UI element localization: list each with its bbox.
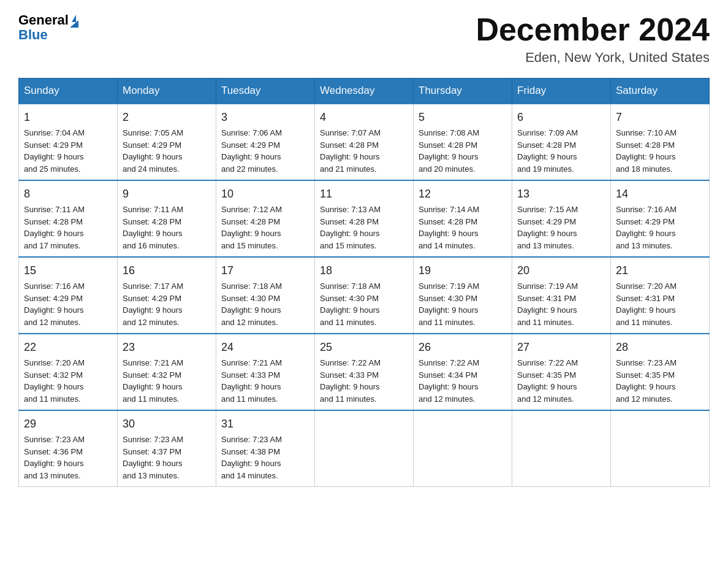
calendar-cell: 1 Sunrise: 7:04 AMSunset: 4:29 PMDayligh… [19,104,118,180]
day-info: Sunrise: 7:22 AMSunset: 4:33 PMDaylight:… [320,358,381,404]
calendar-cell: 24 Sunrise: 7:21 AMSunset: 4:33 PMDaylig… [216,334,315,410]
day-number: 24 [221,339,309,356]
day-number: 12 [419,186,507,202]
col-friday: Friday [512,79,611,104]
day-number: 20 [517,262,605,279]
location-title: Eden, New York, United States [476,50,710,66]
day-info: Sunrise: 7:11 AMSunset: 4:28 PMDaylight:… [123,205,183,250]
day-info: Sunrise: 7:06 AMSunset: 4:29 PMDaylight:… [221,128,282,174]
days-of-week-row: Sunday Monday Tuesday Wednesday Thursday… [19,79,710,104]
calendar-cell: 10 Sunrise: 7:12 AMSunset: 4:28 PMDaylig… [216,180,315,257]
col-saturday: Saturday [611,79,710,104]
calendar-cell: 22 Sunrise: 7:20 AMSunset: 4:32 PMDaylig… [19,334,118,410]
day-info: Sunrise: 7:23 AMSunset: 4:35 PMDaylight:… [616,358,677,404]
day-info: Sunrise: 7:17 AMSunset: 4:29 PMDaylight:… [123,282,183,327]
logo: General Blue [18,12,78,43]
calendar-cell: 26 Sunrise: 7:22 AMSunset: 4:34 PMDaylig… [414,334,512,410]
week-row-3: 15 Sunrise: 7:16 AMSunset: 4:29 PMDaylig… [19,257,710,334]
day-info: Sunrise: 7:22 AMSunset: 4:35 PMDaylight:… [517,358,578,404]
calendar-cell: 6 Sunrise: 7:09 AMSunset: 4:28 PMDayligh… [512,104,611,180]
day-number: 30 [123,416,211,432]
day-number: 19 [419,262,507,279]
day-info: Sunrise: 7:23 AMSunset: 4:36 PMDaylight:… [24,435,85,480]
day-info: Sunrise: 7:05 AMSunset: 4:29 PMDaylight:… [123,128,183,174]
calendar-cell: 21 Sunrise: 7:20 AMSunset: 4:31 PMDaylig… [611,257,710,334]
day-info: Sunrise: 7:21 AMSunset: 4:32 PMDaylight:… [123,358,183,404]
day-info: Sunrise: 7:16 AMSunset: 4:29 PMDaylight:… [24,282,85,327]
calendar-cell: 18 Sunrise: 7:18 AMSunset: 4:30 PMDaylig… [315,257,414,334]
day-info: Sunrise: 7:09 AMSunset: 4:28 PMDaylight:… [517,128,578,174]
col-tuesday: Tuesday [216,79,315,104]
day-info: Sunrise: 7:15 AMSunset: 4:29 PMDaylight:… [517,205,578,250]
col-monday: Monday [118,79,216,104]
calendar-cell: 14 Sunrise: 7:16 AMSunset: 4:29 PMDaylig… [611,180,710,257]
day-info: Sunrise: 7:20 AMSunset: 4:31 PMDaylight:… [616,282,677,327]
day-number: 1 [24,109,112,126]
day-info: Sunrise: 7:22 AMSunset: 4:34 PMDaylight:… [419,358,479,404]
day-info: Sunrise: 7:18 AMSunset: 4:30 PMDaylight:… [320,282,381,327]
day-info: Sunrise: 7:12 AMSunset: 4:28 PMDaylight:… [221,205,282,250]
calendar-cell [414,410,512,487]
week-row-2: 8 Sunrise: 7:11 AMSunset: 4:28 PMDayligh… [19,180,710,257]
day-info: Sunrise: 7:04 AMSunset: 4:29 PMDaylight:… [24,128,85,174]
calendar-cell: 4 Sunrise: 7:07 AMSunset: 4:28 PMDayligh… [315,104,414,180]
day-number: 11 [320,186,408,202]
day-number: 8 [24,186,112,202]
day-number: 23 [123,339,211,356]
day-number: 10 [221,186,309,202]
col-wednesday: Wednesday [315,79,414,104]
day-number: 29 [24,416,112,432]
calendar-cell: 13 Sunrise: 7:15 AMSunset: 4:29 PMDaylig… [512,180,611,257]
calendar-cell: 28 Sunrise: 7:23 AMSunset: 4:35 PMDaylig… [611,334,710,410]
calendar-cell [512,410,611,487]
day-info: Sunrise: 7:13 AMSunset: 4:28 PMDaylight:… [320,205,381,250]
calendar-cell: 9 Sunrise: 7:11 AMSunset: 4:28 PMDayligh… [118,180,216,257]
calendar-cell: 12 Sunrise: 7:14 AMSunset: 4:28 PMDaylig… [414,180,512,257]
calendar-table: Sunday Monday Tuesday Wednesday Thursday… [18,78,710,487]
day-info: Sunrise: 7:18 AMSunset: 4:30 PMDaylight:… [221,282,282,327]
calendar-cell: 16 Sunrise: 7:17 AMSunset: 4:29 PMDaylig… [118,257,216,334]
day-number: 7 [616,109,704,126]
day-number: 31 [221,416,309,432]
day-info: Sunrise: 7:21 AMSunset: 4:33 PMDaylight:… [221,358,282,404]
day-number: 16 [123,262,211,279]
day-info: Sunrise: 7:19 AMSunset: 4:30 PMDaylight:… [419,282,479,327]
col-thursday: Thursday [414,79,512,104]
day-info: Sunrise: 7:19 AMSunset: 4:31 PMDaylight:… [517,282,578,327]
calendar-cell [315,410,414,487]
day-info: Sunrise: 7:23 AMSunset: 4:38 PMDaylight:… [221,435,282,480]
calendar-cell: 27 Sunrise: 7:22 AMSunset: 4:35 PMDaylig… [512,334,611,410]
day-number: 6 [517,109,605,126]
calendar-cell: 30 Sunrise: 7:23 AMSunset: 4:37 PMDaylig… [118,410,216,487]
calendar-cell: 11 Sunrise: 7:13 AMSunset: 4:28 PMDaylig… [315,180,414,257]
day-number: 4 [320,109,408,126]
calendar-header: Sunday Monday Tuesday Wednesday Thursday… [19,79,710,104]
day-number: 14 [616,186,704,202]
month-title: December 2024 [476,12,710,47]
week-row-5: 29 Sunrise: 7:23 AMSunset: 4:36 PMDaylig… [19,410,710,487]
day-number: 17 [221,262,309,279]
day-number: 5 [419,109,507,126]
logo-text-blue: Blue [18,27,48,43]
calendar-cell: 3 Sunrise: 7:06 AMSunset: 4:29 PMDayligh… [216,104,315,180]
calendar-cell: 2 Sunrise: 7:05 AMSunset: 4:29 PMDayligh… [118,104,216,180]
calendar-cell: 20 Sunrise: 7:19 AMSunset: 4:31 PMDaylig… [512,257,611,334]
day-number: 26 [419,339,507,356]
day-info: Sunrise: 7:20 AMSunset: 4:32 PMDaylight:… [24,358,85,404]
calendar-cell: 15 Sunrise: 7:16 AMSunset: 4:29 PMDaylig… [19,257,118,334]
day-number: 27 [517,339,605,356]
calendar-cell: 8 Sunrise: 7:11 AMSunset: 4:28 PMDayligh… [19,180,118,257]
week-row-4: 22 Sunrise: 7:20 AMSunset: 4:32 PMDaylig… [19,334,710,410]
day-number: 13 [517,186,605,202]
col-sunday: Sunday [19,79,118,104]
day-number: 15 [24,262,112,279]
day-info: Sunrise: 7:10 AMSunset: 4:28 PMDaylight:… [616,128,677,174]
calendar-cell: 7 Sunrise: 7:10 AMSunset: 4:28 PMDayligh… [611,104,710,180]
week-row-1: 1 Sunrise: 7:04 AMSunset: 4:29 PMDayligh… [19,104,710,180]
day-info: Sunrise: 7:14 AMSunset: 4:28 PMDaylight:… [419,205,479,250]
day-number: 18 [320,262,408,279]
calendar-cell: 17 Sunrise: 7:18 AMSunset: 4:30 PMDaylig… [216,257,315,334]
calendar-cell: 23 Sunrise: 7:21 AMSunset: 4:32 PMDaylig… [118,334,216,410]
day-number: 21 [616,262,704,279]
day-number: 25 [320,339,408,356]
